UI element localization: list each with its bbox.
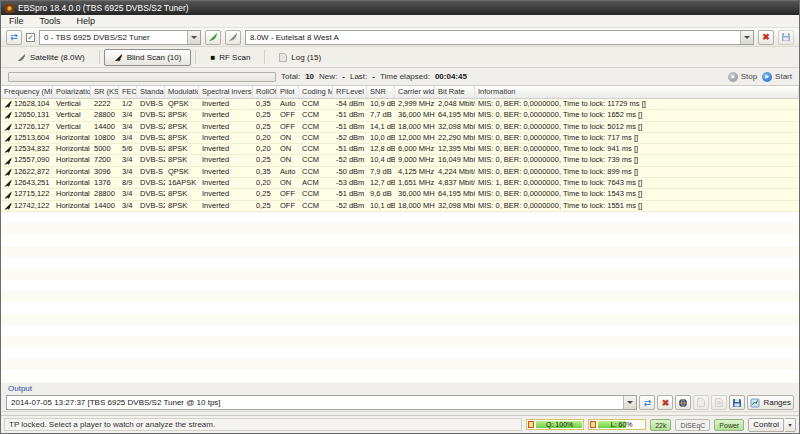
output-select[interactable]: 2014-07-05 13:27:37 [TBS 6925 DVBS/S2 Tu… [6, 395, 637, 410]
delete-satellite-button[interactable]: ✖ [758, 30, 774, 45]
control-button[interactable]: Control [748, 418, 784, 432]
refresh-output-button[interactable]: ⇄ [639, 395, 655, 410]
table-row[interactable]: 12650,131 Vertical 28800 3/4 DVB-S2 8PSK… [1, 110, 799, 121]
cell-polarization: Horizontal [53, 155, 91, 165]
cell-sr: 2222 [91, 99, 119, 109]
col-information[interactable]: Information [475, 86, 799, 98]
col-carrier-width[interactable]: Carrier width [395, 86, 435, 98]
col-spectral-inversion[interactable]: Spectral inversion [199, 86, 253, 98]
cell-modulation: 8PSK [165, 133, 199, 143]
cell-modulation: 8PSK [165, 155, 199, 165]
tab-rf-scan[interactable]: ■ RF Scan [200, 49, 260, 66]
cell-information: MIS: 0, BER: 0,0000000, Time to lock: 94… [475, 144, 799, 154]
empty-row [1, 348, 799, 359]
satellite-dish-icon [4, 191, 12, 199]
satellite-select[interactable]: 8.0W - Eutelsat 8 West A [245, 30, 754, 45]
cell-polarization: Horizontal [53, 167, 91, 177]
lnb-button[interactable] [225, 30, 241, 45]
save-output-button[interactable] [729, 395, 745, 410]
cell-coding-mode: CCM [299, 189, 333, 199]
col-coding-mode[interactable]: Coding Mode [299, 86, 333, 98]
divider [264, 50, 265, 64]
table-row[interactable]: 12742,122 Horizontal 14400 3/4 DVB-S2 8P… [1, 201, 799, 212]
cell-carrier-width: 1,651 MHz [395, 178, 435, 188]
analyze-stream-button[interactable] [711, 395, 727, 410]
col-standard[interactable]: Standard [137, 86, 165, 98]
table-row[interactable]: 12622,872 Horizontal 3096 3/4 DVB-S QPSK… [1, 167, 799, 178]
last-value: - [372, 72, 375, 81]
cell-carrier-width: 4,125 MHz [395, 167, 435, 177]
col-rolloff[interactable]: RollOff [253, 86, 277, 98]
satellite-dish-icon [4, 145, 12, 153]
save-satellite-button[interactable] [778, 30, 794, 45]
col-bit-rate[interactable]: Bit Rate [435, 86, 475, 98]
tuner-select[interactable]: 0 - TBS 6925 DVBS/S2 Tuner [39, 30, 201, 45]
col-snr[interactable]: SNR [367, 86, 395, 98]
rescan-devices-button[interactable]: ⇄ [6, 30, 22, 45]
cell-rflevel: -51 dBm [333, 144, 367, 154]
cell-snr: 10,1 dB [367, 201, 395, 211]
table-row[interactable]: 12726,127 Vertical 14400 3/4 DVB-S2 8PSK… [1, 122, 799, 133]
col-pilot[interactable]: Pilot [277, 86, 299, 98]
cell-rolloff: 0,35 [253, 99, 277, 109]
col-fec[interactable]: FEC [119, 86, 137, 98]
play-stream-button[interactable] [693, 395, 709, 410]
status-bar: TP locked. Select a player to watch or a… [1, 415, 799, 433]
cell-snr: 14,1 dB [367, 122, 395, 132]
cell-information: MIS: 0, BER: 0,0000000, Time to lock: 89… [475, 167, 799, 177]
cell-standard: DVB-S2 [137, 189, 165, 199]
chevron-down-icon[interactable]: ▾ [785, 418, 796, 432]
tab-log[interactable]: Log (15) [269, 49, 331, 66]
cell-spectral-inversion: Inverted [199, 133, 253, 143]
table-row[interactable]: 12513,604 Horizontal 10800 3/4 DVB-S2 8P… [1, 133, 799, 144]
menu-tools[interactable]: Tools [32, 15, 69, 28]
cell-fec: 1/2 [119, 99, 137, 109]
col-sr[interactable]: SR (KS) [91, 86, 119, 98]
tab-blind-scan[interactable]: Blind Scan (10) [104, 49, 192, 66]
stop-button[interactable]: ■ Stop [728, 72, 757, 82]
ranges-button[interactable]: Ranges [747, 395, 794, 410]
col-rflevel[interactable]: RFLevel [333, 86, 367, 98]
table-row[interactable]: 12534,832 Horizontal 5000 5/6 DVB-S2 8PS… [1, 144, 799, 155]
col-polarization[interactable]: Polarization [53, 86, 91, 98]
menu-help[interactable]: Help [69, 15, 104, 28]
table-row[interactable]: 12628,104 Vertical 2222 1/2 DVB-S QPSK I… [1, 99, 799, 110]
globe-button[interactable] [675, 395, 691, 410]
total-label: Total: [281, 72, 300, 81]
tab-satellite[interactable]: Satellite (8.0W) [7, 49, 95, 66]
cell-polarization: Horizontal [53, 201, 91, 211]
menu-file[interactable]: File [1, 15, 32, 28]
cell-rflevel: -54 dBm [333, 99, 367, 109]
table-row[interactable]: 12643,251 Horizontal 1376 8/9 DVB-S2 16A… [1, 178, 799, 189]
start-button[interactable]: ▶ Start [762, 72, 792, 82]
table-body: 12628,104 Vertical 2222 1/2 DVB-S QPSK I… [1, 99, 799, 212]
cell-carrier-width: 18,000 MHz [395, 201, 435, 211]
globe-icon [678, 398, 688, 408]
cell-rolloff: 0,35 [253, 167, 277, 177]
col-modulation[interactable]: Modulation [165, 86, 199, 98]
cell-rolloff: 0,20 [253, 144, 277, 154]
cell-sr: 14400 [91, 122, 119, 132]
cell-polarization: Horizontal [53, 189, 91, 199]
cell-modulation: QPSK [165, 167, 199, 177]
antenna-button[interactable] [205, 30, 221, 45]
empty-row [1, 235, 799, 246]
level-gauge: L: 60% [588, 419, 646, 430]
cell-coding-mode: CCM [299, 133, 333, 143]
cell-modulation: 8PSK [165, 110, 199, 120]
table-row[interactable]: 12715,122 Horizontal 28800 3/4 DVB-S2 8P… [1, 189, 799, 200]
col-frequency[interactable]: Frequency (MHz) [1, 86, 53, 98]
device-toolbar: ⇄ ✓ 0 - TBS 6925 DVBS/S2 Tuner 8.0W - Eu… [1, 28, 799, 47]
quality-gauge-text: Q: 100% [536, 421, 583, 428]
control-split-button[interactable]: Control ▾ [748, 418, 796, 432]
cell-rflevel: -51 dBm [333, 189, 367, 199]
delete-output-button[interactable]: ✖ [657, 395, 673, 410]
cell-fec: 3/4 [119, 110, 137, 120]
cell-coding-mode: CCM [299, 110, 333, 120]
table-row[interactable]: 12557,090 Horizontal 7200 3/4 DVB-S2 8PS… [1, 155, 799, 166]
satellite-dish-icon [4, 111, 12, 119]
cell-information: MIS: 0, BER: 0,0000000, Time to lock: 15… [475, 189, 799, 199]
tuner-enabled-checkbox[interactable]: ✓ [26, 33, 35, 42]
satellite-dish-icon [4, 179, 12, 187]
last-label: Last: [350, 72, 367, 81]
